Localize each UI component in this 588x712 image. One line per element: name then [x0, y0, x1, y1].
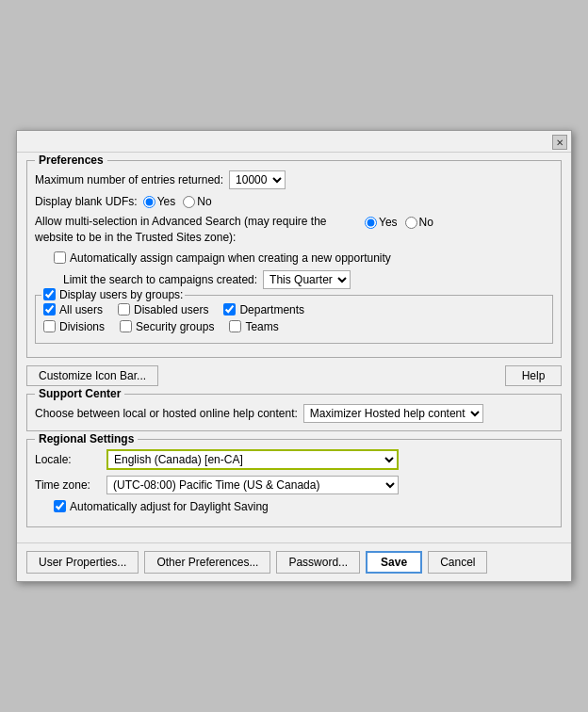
daylight-saving-label[interactable]: Automatically adjust for Daylight Saving: [54, 500, 269, 513]
disabled-users-checkbox[interactable]: [118, 303, 130, 316]
multi-select-yes-label: Yes: [379, 216, 398, 229]
divisions-checkbox[interactable]: [43, 320, 56, 332]
customize-icon-bar-button[interactable]: Customize Icon Bar...: [26, 365, 158, 386]
display-users-row2: Divisions Security groups Teams: [43, 320, 545, 333]
locale-select[interactable]: English (Canada) [en-CA] English (US) [e…: [106, 449, 399, 470]
support-label: Choose between local or hosted online he…: [35, 407, 298, 420]
preferences-inner: Maximum number of entries returned: 1000…: [35, 170, 553, 344]
save-button[interactable]: Save: [366, 551, 422, 574]
multi-select-label: Allow multi-selection in Advanced Search…: [35, 214, 355, 246]
blank-udfs-no-label: No: [197, 195, 211, 208]
multi-select-radio-group: Yes No: [365, 216, 433, 229]
all-users-label[interactable]: All users: [43, 303, 103, 316]
daylight-saving-row: Automatically adjust for Daylight Saving: [54, 500, 553, 513]
departments-checkbox[interactable]: [223, 303, 236, 316]
display-users-label: Display users by groups:: [59, 288, 183, 301]
blank-udfs-no[interactable]: No: [183, 195, 211, 208]
divisions-label[interactable]: Divisions: [43, 320, 105, 333]
daylight-saving-text: Automatically adjust for Daylight Saving: [70, 500, 269, 513]
blank-udfs-yes-label: Yes: [157, 195, 176, 208]
display-users-row1: All users Disabled users Departments: [43, 303, 545, 316]
multi-select-no-label: No: [419, 216, 433, 229]
blank-udfs-yes-radio[interactable]: [143, 196, 155, 208]
all-users-text: All users: [59, 303, 103, 316]
regional-section: Regional Settings Locale: English (Canad…: [26, 439, 562, 527]
multi-select-yes[interactable]: Yes: [365, 216, 398, 229]
multi-select-yes-radio[interactable]: [365, 217, 377, 229]
multi-select-row: Allow multi-selection in Advanced Search…: [35, 214, 553, 246]
preferences-section: Preferences Maximum number of entries re…: [26, 160, 562, 358]
blank-udfs-row: Display blank UDFs: Yes No: [35, 195, 553, 208]
locale-row: Locale: English (Canada) [en-CA] English…: [35, 449, 553, 470]
limit-search-row: Limit the search to campaigns created: T…: [63, 270, 553, 289]
limit-search-label: Limit the search to campaigns created:: [63, 273, 257, 286]
departments-label[interactable]: Departments: [223, 303, 304, 316]
blank-udfs-label: Display blank UDFs:: [35, 195, 138, 208]
timezone-row: Time zone: (UTC-08:00) Pacific Time (US …: [35, 476, 553, 494]
support-row: Choose between local or hosted online he…: [35, 404, 553, 423]
max-entries-row: Maximum number of entries returned: 1000…: [35, 170, 553, 189]
auto-assign-checkbox-label[interactable]: Automatically assign campaign when creat…: [54, 251, 391, 265]
teams-text: Teams: [245, 320, 278, 333]
limit-search-select[interactable]: This Quarter This Month This Year All: [263, 270, 351, 289]
support-section: Support Center Choose between local or h…: [26, 394, 562, 431]
display-users-inner: All users Disabled users Departments: [43, 303, 545, 333]
display-users-checkbox-label[interactable]: Display users by groups:: [43, 288, 183, 301]
close-button[interactable]: ✕: [552, 135, 567, 150]
blank-udfs-yes[interactable]: Yes: [143, 195, 176, 208]
other-preferences-button[interactable]: Other Preferences...: [144, 551, 270, 574]
preferences-title: Preferences: [35, 154, 107, 167]
customize-help-row: Customize Icon Bar... Help: [26, 365, 562, 386]
footer-row: User Properties... Other Preferences... …: [17, 542, 571, 581]
timezone-select[interactable]: (UTC-08:00) Pacific Time (US & Canada) (…: [106, 476, 399, 494]
support-inner: Choose between local or hosted online he…: [35, 404, 553, 423]
teams-label[interactable]: Teams: [229, 320, 278, 333]
preferences-dialog: ✕ Preferences Maximum number of entries …: [16, 130, 572, 582]
auto-assign-checkbox[interactable]: [54, 251, 66, 264]
display-users-subsection-title: Display users by groups:: [41, 288, 185, 301]
teams-checkbox[interactable]: [229, 320, 241, 332]
display-users-checkbox[interactable]: [43, 288, 56, 300]
support-title: Support Center: [35, 387, 124, 400]
user-properties-button[interactable]: User Properties...: [26, 551, 139, 574]
locale-label: Locale:: [35, 453, 101, 466]
daylight-saving-checkbox[interactable]: [54, 500, 66, 512]
password-button[interactable]: Password...: [276, 551, 360, 574]
disabled-users-label[interactable]: Disabled users: [118, 303, 208, 316]
auto-assign-row: Automatically assign campaign when creat…: [54, 251, 553, 265]
timezone-label: Time zone:: [35, 478, 101, 492]
auto-assign-label: Automatically assign campaign when creat…: [70, 251, 391, 265]
security-groups-label[interactable]: Security groups: [120, 320, 214, 333]
regional-inner: Locale: English (Canada) [en-CA] English…: [35, 449, 553, 513]
security-groups-checkbox[interactable]: [120, 320, 132, 332]
multi-select-no-radio[interactable]: [405, 217, 417, 229]
dialog-content: Preferences Maximum number of entries re…: [17, 153, 571, 542]
all-users-checkbox[interactable]: [43, 303, 56, 316]
max-entries-select[interactable]: 10000 5000 1000 500: [229, 170, 286, 189]
cancel-button[interactable]: Cancel: [428, 551, 487, 574]
multi-select-no[interactable]: No: [405, 216, 433, 229]
security-groups-text: Security groups: [136, 320, 214, 333]
titlebar: ✕: [17, 131, 571, 153]
regional-title: Regional Settings: [35, 432, 138, 445]
blank-udfs-no-radio[interactable]: [183, 196, 195, 208]
support-select[interactable]: Maximizer Hosted help content Local help…: [303, 404, 483, 423]
divisions-text: Divisions: [59, 320, 105, 333]
display-users-subsection: Display users by groups: All users Disab…: [35, 295, 553, 344]
max-entries-label: Maximum number of entries returned:: [35, 173, 223, 186]
help-button[interactable]: Help: [505, 365, 562, 386]
departments-text: Departments: [239, 303, 304, 316]
disabled-users-text: Disabled users: [134, 303, 208, 316]
blank-udfs-radio-group: Yes No: [143, 195, 212, 208]
